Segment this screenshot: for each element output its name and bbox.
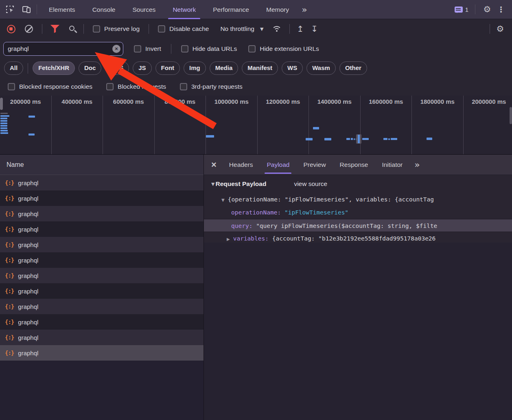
chip-other[interactable]: Other (339, 61, 367, 75)
waterfall-bar[interactable] (0, 118, 7, 119)
record-network-log-icon[interactable] (7, 25, 15, 33)
settings-gear-icon[interactable]: ⚙ (480, 2, 494, 16)
waterfall-bar[interactable] (206, 135, 214, 138)
request-row[interactable]: {:}graphql (0, 268, 203, 283)
chip-fetch-xhr[interactable]: Fetch/XHR (33, 61, 75, 75)
payload-row-query[interactable]: query: "query ipFlowTimeseries($accountT… (204, 219, 512, 232)
name-column-header[interactable]: Name (0, 155, 203, 175)
more-detail-tabs-icon[interactable]: » (409, 160, 424, 170)
chip-media[interactable]: Media (210, 61, 238, 75)
collapse-triangle-icon[interactable]: ▼ (211, 182, 214, 187)
waterfall-bar[interactable] (346, 138, 350, 140)
detail-tab-preview[interactable]: Preview (296, 155, 333, 175)
preserve-log-checkbox[interactable]: Preserve log (93, 25, 140, 33)
expand-triangle-icon[interactable]: ▶ (227, 237, 230, 241)
filter-icon[interactable] (50, 25, 59, 33)
more-tabs-icon[interactable]: » (298, 2, 311, 16)
chip-wasm[interactable]: Wasm (306, 61, 336, 75)
detail-tab-payload[interactable]: Payload (260, 155, 296, 175)
request-row[interactable]: {:}graphql (0, 330, 203, 345)
kebab-menu-icon[interactable]: ⋮ (494, 2, 508, 16)
network-overview-timeline[interactable]: 200000 ms400000 ms600000 ms800000 ms1000… (0, 96, 512, 155)
json-key: variables: (233, 235, 269, 242)
invert-checkbox[interactable]: Invert (134, 45, 161, 52)
waterfall-bar[interactable] (351, 138, 353, 140)
waterfall-bar[interactable] (306, 138, 313, 140)
collapse-triangle-icon[interactable]: ▼ (221, 198, 225, 202)
blocked-response-cookies-checkbox[interactable]: Blocked response cookies (8, 83, 92, 90)
detail-tab-initiator[interactable]: Initiator (375, 155, 409, 175)
hide-data-urls-label: Hide data URLs (193, 45, 237, 52)
console-messages-icon[interactable] (455, 7, 463, 13)
network-conditions-icon[interactable] (271, 25, 282, 33)
waterfall-bar[interactable] (0, 122, 7, 124)
tab-sources[interactable]: Sources (124, 0, 164, 19)
waterfall-bar[interactable] (0, 127, 7, 129)
close-detail-icon[interactable]: × (204, 160, 222, 169)
payload-row-operationName[interactable]: operationName: "ipFlowTimeseries" (204, 206, 512, 219)
request-row[interactable]: {:}graphql (0, 190, 203, 206)
clear-network-log-icon[interactable] (25, 25, 33, 33)
waterfall-bar[interactable] (427, 138, 432, 140)
request-row[interactable]: {:}graphql (0, 283, 203, 299)
request-row[interactable]: {:}graphql (0, 221, 203, 237)
tab-network[interactable]: Network (164, 0, 204, 19)
timeline-column: 1400000 ms (309, 96, 361, 155)
tab-memory[interactable]: Memory (258, 0, 298, 19)
search-icon[interactable] (69, 26, 74, 31)
waterfall-bar[interactable] (313, 127, 319, 129)
request-row[interactable]: {:}graphql (0, 345, 203, 361)
chip-font[interactable]: Font (155, 61, 180, 75)
view-source-link[interactable]: view source (294, 180, 327, 188)
detail-tab-response[interactable]: Response (333, 155, 375, 175)
chip-ws[interactable]: WS (282, 61, 303, 75)
detail-tab-headers[interactable]: Headers (222, 155, 260, 175)
chip-img[interactable]: Img (184, 61, 206, 75)
device-toolbar-icon[interactable] (20, 2, 33, 16)
clear-filter-icon[interactable]: × (112, 45, 120, 53)
waterfall-bar[interactable] (0, 113, 8, 114)
chip-all[interactable]: All (4, 61, 23, 75)
network-settings-gear-icon[interactable]: ⚙ (493, 22, 507, 36)
payload-summary-line[interactable]: ▼{operationName: "ipFlowTimeseries", var… (204, 193, 512, 206)
waterfall-bar[interactable] (0, 115, 9, 117)
waterfall-bar[interactable] (0, 132, 8, 134)
chip-manifest[interactable]: Manifest (242, 61, 278, 75)
waterfall-bar[interactable] (383, 138, 387, 140)
request-row[interactable]: {:}graphql (0, 314, 203, 330)
throttling-dropdown[interactable]: No throttling ▼ (220, 25, 263, 33)
inspect-element-icon[interactable] (3, 2, 17, 16)
filter-input[interactable] (4, 45, 123, 52)
request-row[interactable]: {:}graphql (0, 237, 203, 252)
waterfall-bar[interactable] (354, 138, 355, 140)
waterfall-bar[interactable] (324, 138, 331, 140)
tab-elements[interactable]: Elements (40, 0, 84, 19)
timeline-tick-label: 600000 ms (103, 98, 154, 105)
waterfall-bar[interactable] (0, 125, 7, 127)
import-har-icon[interactable]: ↥ (297, 24, 304, 34)
waterfall-bar[interactable] (0, 130, 8, 131)
request-row[interactable]: {:}graphql (0, 299, 203, 314)
request-row[interactable]: {:}graphql (0, 206, 203, 221)
request-row[interactable]: {:}graphql (0, 175, 203, 190)
tab-performance[interactable]: Performance (204, 0, 258, 19)
hide-extension-urls-checkbox[interactable]: Hide extension URLs (248, 45, 319, 52)
disable-cache-checkbox[interactable]: Disable cache (158, 25, 209, 33)
export-har-icon[interactable]: ↧ (311, 24, 318, 34)
waterfall-bar[interactable] (388, 138, 390, 140)
request-row[interactable]: {:}graphql (0, 252, 203, 268)
hide-data-urls-checkbox[interactable]: Hide data URLs (181, 45, 237, 52)
tab-console[interactable]: Console (84, 0, 124, 19)
blocked-requests-checkbox[interactable]: Blocked requests (106, 83, 166, 90)
waterfall-bar[interactable] (362, 138, 369, 140)
waterfall-bar[interactable] (28, 116, 35, 118)
waterfall-bar[interactable] (28, 133, 35, 136)
chip-css[interactable]: CSS (105, 61, 129, 75)
chip-js[interactable]: JS (133, 61, 151, 75)
waterfall-bar[interactable] (0, 120, 7, 122)
third-party-requests-checkbox[interactable]: 3rd-party requests (180, 83, 243, 90)
waterfall-selected-marker[interactable] (356, 134, 361, 144)
waterfall-bar[interactable] (391, 138, 397, 140)
chip-doc[interactable]: Doc (79, 61, 101, 75)
divider (475, 4, 475, 14)
